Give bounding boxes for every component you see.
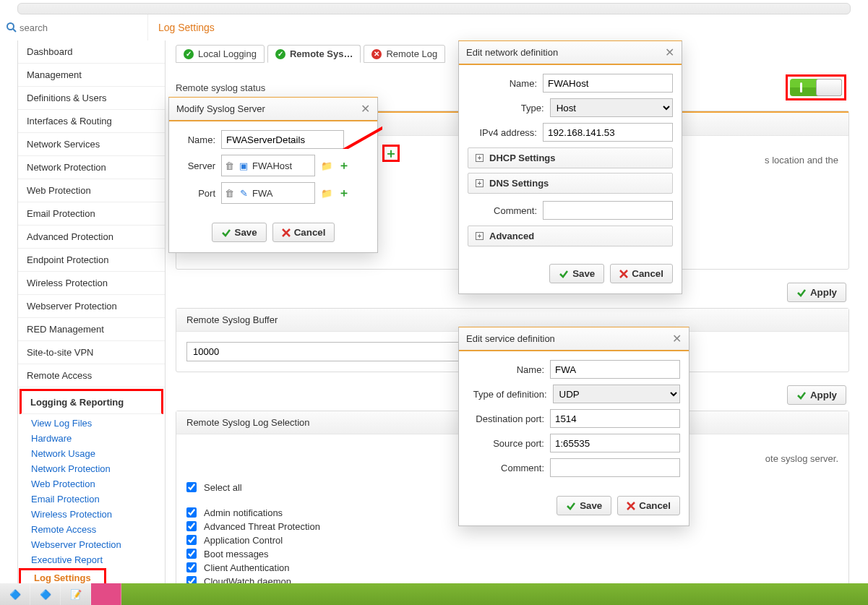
advanced-expand[interactable]: +Advanced <box>468 226 673 246</box>
sidebar-sub[interactable]: View Log Files <box>18 416 165 431</box>
log-checkbox[interactable]: Boot messages <box>186 549 838 559</box>
net-cancel-button[interactable]: Cancel <box>610 264 673 283</box>
apply-buffer-button[interactable]: Apply <box>787 385 846 405</box>
taskbar-btn-1[interactable]: 🔷 <box>0 583 30 605</box>
sidebar-sub[interactable]: Executive Report <box>18 552 165 567</box>
svc-type-select[interactable]: UDP <box>553 385 680 403</box>
sidebar-sub[interactable]: Webserver Protection <box>18 537 165 552</box>
folder-icon[interactable]: 📁 <box>321 160 332 171</box>
folder-icon[interactable]: 📁 <box>321 188 332 199</box>
sidebar-item[interactable]: Interfaces & Routing <box>18 110 165 133</box>
page-title: Log Settings <box>148 14 868 40</box>
host-icon: ▣ <box>236 160 251 171</box>
port-chip[interactable]: 🗑 ✎ FWA <box>221 182 315 204</box>
dhcp-settings-expand[interactable]: +DHCP Settings <box>468 147 673 168</box>
svc-cancel-button[interactable]: Cancel <box>617 496 680 515</box>
modify-save-button[interactable]: Save <box>212 223 267 242</box>
svc-dport-input[interactable] <box>550 409 680 428</box>
net-dlg-close[interactable]: ✕ <box>665 46 674 59</box>
trash-icon[interactable]: 🗑 <box>222 160 236 171</box>
apply-servers-button[interactable]: Apply <box>787 283 846 302</box>
server-chip[interactable]: 🗑 ▣ FWAHost <box>221 155 315 176</box>
sidebar-item[interactable]: Web Protection <box>18 179 165 202</box>
tab-local-logging[interactable]: ✓Local Logging <box>176 45 265 63</box>
sidebar-sub[interactable]: Remote Access <box>18 522 165 537</box>
sidebar-item[interactable]: Site-to-site VPN <box>18 341 165 364</box>
svc-dlg-close[interactable]: ✕ <box>672 332 682 346</box>
sidebar-sub[interactable]: Network Usage <box>18 446 165 461</box>
syslog-name-input[interactable] <box>221 130 344 149</box>
status-toggle[interactable] <box>790 79 842 96</box>
sidebar-sub[interactable]: Wireless Protection <box>18 507 165 522</box>
tab-remote-syslog[interactable]: ✓Remote Sys… <box>267 45 361 63</box>
add-server-icon[interactable]: ＋ <box>338 158 350 173</box>
sidebar-item[interactable]: Advanced Protection <box>18 226 165 249</box>
sidebar-section-logging-reporting[interactable]: Logging & Reporting <box>20 389 163 414</box>
search-input[interactable] <box>20 22 128 33</box>
topbar <box>17 3 851 14</box>
sidebar-item[interactable]: Network Services <box>18 133 165 156</box>
add-port-icon[interactable]: ＋ <box>338 186 350 201</box>
main: ✓Local Logging ✓Remote Sys… ✕Remote Log … <box>166 40 851 586</box>
search-icon <box>6 22 17 33</box>
modify-dlg-close[interactable]: ✕ <box>361 102 370 116</box>
sidebar-item[interactable]: RED Management <box>18 318 165 341</box>
add-syslog-server-button[interactable]: ＋ <box>382 145 400 162</box>
sidebar-sub[interactable]: Network Protection <box>18 461 165 476</box>
svc-dlg-title: Edit service definition <box>466 333 555 344</box>
sidebar-item[interactable]: Dashboard <box>18 40 165 64</box>
sidebar-item[interactable]: Webserver Protection <box>18 295 165 318</box>
buffer-input[interactable] <box>186 342 468 361</box>
trash-icon[interactable]: 🗑 <box>222 188 236 199</box>
tab-remote-log[interactable]: ✕Remote Log <box>364 45 445 63</box>
net-ipv4-input[interactable] <box>543 123 673 142</box>
sidebar: DashboardManagementDefinitions & UsersIn… <box>17 40 166 586</box>
status-label: Remote syslog status <box>176 82 265 93</box>
taskbar-btn-3[interactable]: 📝 <box>61 583 91 605</box>
sidebar-item[interactable]: Definitions & Users <box>18 87 165 110</box>
net-dlg-title: Edit network definition <box>466 47 558 58</box>
sidebar-sub[interactable]: Email Protection <box>18 492 165 507</box>
taskbar-btn-4[interactable] <box>91 583 121 605</box>
taskbar-btn-2[interactable]: 🔷 <box>30 583 61 605</box>
modify-dlg-title: Modify Syslog Server <box>176 103 265 114</box>
log-checkbox[interactable]: Application Control <box>186 535 838 546</box>
sidebar-sub[interactable]: Hardware <box>18 431 165 446</box>
svc-save-button[interactable]: Save <box>557 496 611 515</box>
svg-line-1 <box>13 29 16 32</box>
taskbar: 🔷 🔷 📝 <box>0 583 868 605</box>
svc-comment-input[interactable] <box>550 458 680 477</box>
net-comment-input[interactable] <box>543 201 673 220</box>
svc-name-input[interactable] <box>550 360 680 379</box>
sidebar-item[interactable]: Remote Access <box>18 364 165 387</box>
sidebar-item[interactable]: Email Protection <box>18 202 165 226</box>
dns-settings-expand[interactable]: +DNS Settings <box>468 173 673 194</box>
sidebar-item[interactable]: Management <box>18 64 165 87</box>
edit-network-dialog: Edit network definition ✕ Name: Type:Hos… <box>458 40 682 294</box>
svg-point-0 <box>7 23 14 30</box>
modify-cancel-button[interactable]: Cancel <box>272 223 335 242</box>
modify-syslog-dialog: Modify Syslog Server ✕ Name: Server 🗑 ▣ … <box>168 97 378 253</box>
sidebar-sub[interactable]: Web Protection <box>18 476 165 492</box>
search-box[interactable] <box>0 14 148 40</box>
svc-sport-input[interactable] <box>550 434 680 452</box>
sidebar-item[interactable]: Network Protection <box>18 156 165 179</box>
edit-service-dialog: Edit service definition ✕ Name: Type of … <box>458 327 689 526</box>
sidebar-item[interactable]: Wireless Protection <box>18 272 165 295</box>
sidebar-item[interactable]: Endpoint Protection <box>18 249 165 272</box>
net-name-input[interactable] <box>543 74 673 93</box>
log-checkbox[interactable]: Client Authentication <box>186 562 838 573</box>
service-icon: ✎ <box>236 188 251 199</box>
net-type-select[interactable]: Host <box>550 98 673 117</box>
net-save-button[interactable]: Save <box>549 264 604 283</box>
